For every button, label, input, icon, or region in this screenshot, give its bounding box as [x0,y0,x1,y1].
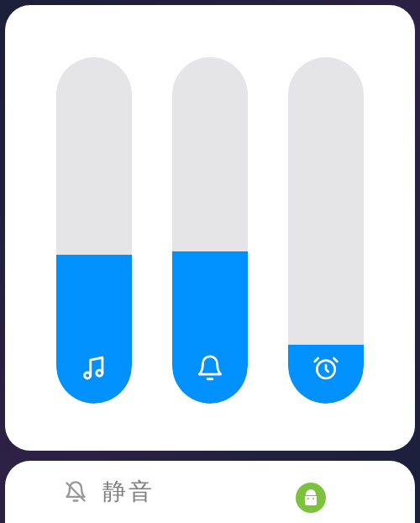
svg-point-1 [97,370,102,376]
mute-label: 静音 [102,476,155,508]
alarm-volume-slider[interactable] [288,57,364,404]
bell-off-icon [64,480,87,504]
watermark-logo-icon [296,483,326,513]
svg-point-0 [85,372,91,378]
bell-icon [195,353,225,383]
watermark-title: 冬瓜安卓网 [331,487,410,500]
alarm-icon [311,353,341,383]
media-volume-slider[interactable] [56,57,132,404]
ringer-volume-slider[interactable] [172,57,248,404]
watermark: 冬瓜安卓网 www.dgxcdz168.com [296,483,410,513]
watermark-url: www.dgxcdz168.com [331,500,410,510]
music-icon [79,353,109,383]
volume-panel [5,5,415,451]
